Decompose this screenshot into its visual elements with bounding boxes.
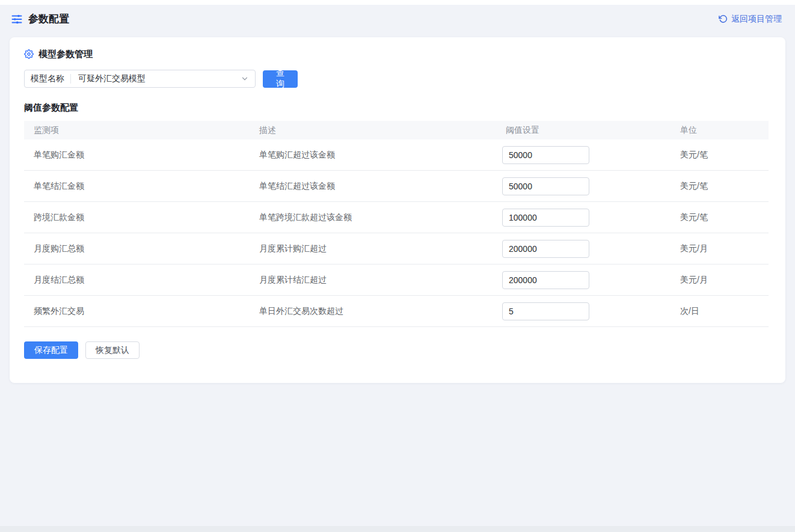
description-cell: 单笔跨境汇款超过该金额	[250, 212, 496, 223]
unit-cell: 美元/笔	[671, 181, 769, 192]
undo-arrow-icon	[719, 14, 728, 23]
monitor-item-cell: 频繁外汇交易	[24, 306, 250, 317]
monitor-item-cell: 跨境汇款金额	[24, 212, 250, 223]
column-header-desc: 描述	[250, 125, 496, 136]
sliders-icon	[11, 13, 23, 25]
unit-cell: 美元/笔	[671, 212, 769, 223]
unit-cell: 次/日	[671, 306, 769, 317]
unit-cell: 美元/月	[671, 275, 769, 286]
monitor-item-cell: 单笔购汇金额	[24, 150, 250, 161]
unit-cell: 美元/月	[671, 243, 769, 254]
table-row: 单笔购汇金额 单笔购汇超过该金额 美元/笔	[24, 139, 769, 171]
table-row: 单笔结汇金额 单笔结汇超过该金额 美元/笔	[24, 171, 769, 202]
panel-title: 模型参数管理	[38, 49, 93, 60]
threshold-input[interactable]	[502, 240, 589, 258]
description-cell: 单笔购汇超过该金额	[250, 150, 496, 161]
restore-default-button[interactable]: 恢复默认	[85, 341, 140, 359]
threshold-input[interactable]	[502, 271, 589, 289]
model-select-label: 模型名称	[25, 73, 70, 84]
model-parameter-panel: 模型参数管理 模型名称 可疑外汇交易模型 查询 阈值参数配置 监测项 描述 阈值…	[10, 37, 785, 383]
monitor-item-cell: 月度购汇总额	[24, 243, 250, 254]
page-title: 参数配置	[28, 12, 69, 26]
table-row: 月度购汇总额 月度累计购汇超过 美元/月	[24, 233, 769, 264]
monitor-item-cell: 单笔结汇金额	[24, 181, 250, 192]
table-row: 跨境汇款金额 单笔跨境汇款超过该金额 美元/笔	[24, 202, 769, 233]
column-header-item: 监测项	[24, 125, 250, 136]
filter-row: 模型名称 可疑外汇交易模型 查询	[24, 70, 771, 88]
threshold-section-title: 阈值参数配置	[24, 102, 771, 114]
table-header: 监测项 描述 阈值设置 单位	[24, 121, 769, 139]
description-cell: 月度累计结汇超过	[250, 275, 496, 286]
table-row: 月度结汇总额 月度累计结汇超过 美元/月	[24, 264, 769, 296]
actions-row: 保存配置 恢复默认	[24, 341, 771, 359]
top-strip	[0, 0, 795, 5]
threshold-input[interactable]	[502, 146, 589, 164]
threshold-input[interactable]	[502, 302, 589, 320]
column-header-unit: 单位	[671, 125, 769, 136]
bottom-band	[0, 526, 795, 532]
description-cell: 单笔结汇超过该金额	[250, 181, 496, 192]
back-to-project-link[interactable]: 返回项目管理	[719, 14, 782, 25]
threshold-input[interactable]	[502, 177, 589, 195]
table-row: 频繁外汇交易 单日外汇交易次数超过 次/日	[24, 296, 769, 327]
description-cell: 单日外汇交易次数超过	[250, 306, 496, 317]
model-select-value: 可疑外汇交易模型	[71, 73, 241, 84]
description-cell: 月度累计购汇超过	[250, 243, 496, 254]
page-header: 参数配置 返回项目管理	[0, 5, 795, 33]
query-button[interactable]: 查询	[263, 70, 298, 88]
gear-icon	[24, 49, 34, 59]
chevron-down-icon	[241, 75, 249, 83]
column-header-threshold: 阈值设置	[496, 125, 671, 136]
monitor-item-cell: 月度结汇总额	[24, 275, 250, 286]
back-link-label: 返回项目管理	[731, 14, 782, 25]
save-config-button[interactable]: 保存配置	[24, 341, 78, 359]
threshold-input[interactable]	[502, 209, 589, 227]
threshold-table: 监测项 描述 阈值设置 单位 单笔购汇金额 单笔购汇超过该金额 美元/笔 单笔结…	[24, 121, 769, 327]
model-name-select[interactable]: 模型名称 可疑外汇交易模型	[24, 70, 256, 88]
unit-cell: 美元/笔	[671, 150, 769, 161]
